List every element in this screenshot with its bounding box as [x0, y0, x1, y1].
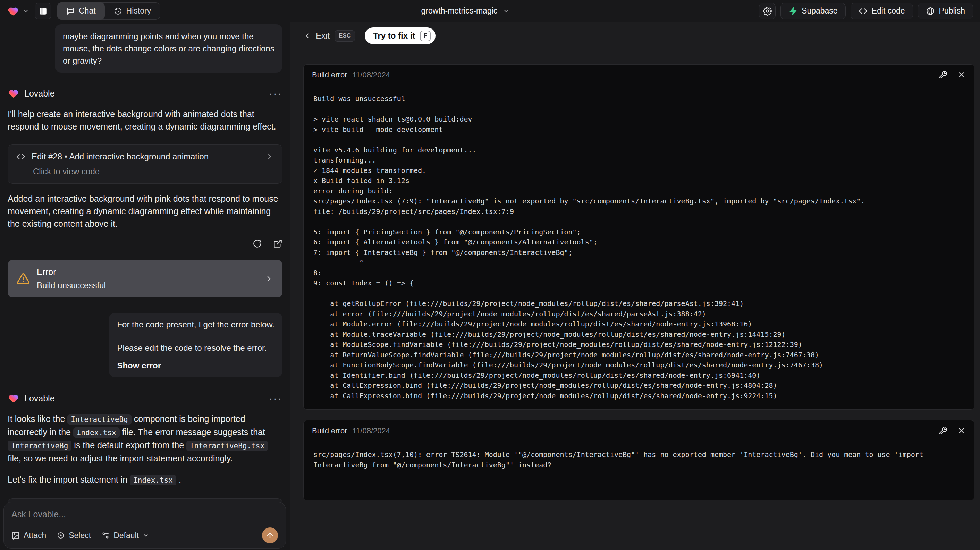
chat-input[interactable]: [11, 509, 278, 528]
fix-wrench-button[interactable]: [939, 70, 947, 79]
user-message: maybe diagramming points and when you mo…: [55, 24, 283, 73]
assistant-message-header: Lovable ···: [8, 88, 283, 99]
attach-label: Attach: [24, 531, 46, 540]
warning-triangle-icon: [17, 272, 30, 285]
composer-toolbar: Attach Select Default: [11, 528, 278, 544]
lovable-heart-icon: [8, 393, 19, 404]
chevron-right-icon: [266, 152, 274, 161]
chat-message-list[interactable]: maybe diagramming points and when you mo…: [0, 22, 290, 550]
edit-code-label: Edit code: [872, 6, 905, 16]
build-error-panel: Build error 11/08/2024 Build was unsucce…: [303, 64, 974, 410]
tab-chat[interactable]: Chat: [57, 2, 105, 20]
edit-code-button[interactable]: Edit code: [851, 3, 913, 19]
panel-left-icon: [38, 6, 48, 16]
tab-history-label: History: [126, 6, 151, 16]
open-external-button[interactable]: [273, 239, 283, 248]
build-error-summary-card[interactable]: Error Build unsuccessful: [8, 260, 283, 297]
workspace-header: Exit ESC Try to fix it F: [303, 27, 974, 45]
error-card-title: Error: [37, 267, 106, 277]
text-segment: is the default export from the: [72, 440, 186, 450]
more-options-button[interactable]: ···: [269, 395, 283, 402]
settings-button[interactable]: [759, 3, 776, 19]
error-card-texts: Error Build unsuccessful: [37, 267, 106, 290]
supabase-bolt-icon: [788, 6, 797, 16]
chevron-down-icon: [22, 8, 29, 14]
topbar-left-group: Chat History: [7, 2, 160, 20]
tab-history[interactable]: History: [105, 2, 160, 20]
more-options-button[interactable]: ···: [269, 90, 283, 97]
text-segment: file, so we need to adjust the import st…: [8, 453, 233, 463]
select-label: Select: [69, 531, 91, 540]
fix-wrench-button[interactable]: [939, 426, 947, 435]
build-error-date: 11/08/2024: [352, 70, 390, 80]
gear-icon: [763, 6, 772, 16]
build-error-title: Build error: [312, 70, 347, 80]
inline-code: Index.tsx: [73, 427, 120, 438]
publish-label: Publish: [939, 6, 965, 16]
build-error-header: Build error 11/08/2024: [304, 421, 974, 441]
message-actions: [8, 239, 283, 248]
chevron-right-icon: [264, 274, 274, 283]
edit-28-title-row: Edit #28 • Add interactive background an…: [16, 152, 274, 161]
assistant-message-header: Lovable ···: [8, 393, 283, 404]
project-dropdown[interactable]: growth-metrics-magic: [421, 0, 510, 22]
inline-code: InteractiveBg: [8, 441, 72, 451]
build-error-title: Build error: [312, 426, 347, 435]
build-error-header: Build error 11/08/2024: [304, 65, 974, 85]
send-button[interactable]: [262, 528, 278, 544]
build-error-actions: [939, 426, 966, 435]
supabase-button[interactable]: Supabase: [780, 3, 846, 19]
close-icon[interactable]: [957, 426, 966, 435]
exit-button[interactable]: Exit: [303, 31, 330, 41]
esc-key-badge: ESC: [334, 30, 355, 41]
sidebar-toggle-button[interactable]: [35, 3, 51, 19]
f-key-badge: F: [420, 30, 431, 41]
project-name: growth-metrics-magic: [421, 6, 497, 16]
text-segment: It looks like the: [8, 414, 67, 424]
history-clock-icon: [114, 7, 122, 15]
exit-label: Exit: [316, 31, 330, 41]
build-log: src/pages/Index.tsx(7,10): error TS2614:…: [313, 450, 964, 470]
assistant-message-text: Added an interactive background with pin…: [8, 192, 283, 230]
publish-button[interactable]: Publish: [918, 3, 973, 19]
error-card-subtitle: Build unsuccessful: [37, 281, 106, 290]
inline-code: InteractiveBg: [67, 414, 131, 425]
assistant-name: Lovable: [24, 394, 55, 403]
text-segment: file. The error message suggests that: [120, 427, 265, 437]
attach-button[interactable]: Attach: [11, 531, 46, 540]
restore-version-button[interactable]: [253, 239, 262, 248]
edit-28-card[interactable]: Edit #28 • Add interactive background an…: [8, 144, 283, 184]
code-brackets-icon: [16, 152, 25, 161]
user-message-text: For the code present, I get the error be…: [117, 319, 275, 330]
build-error-panel: Build error 11/08/2024 src/pages/Index.t…: [303, 420, 974, 501]
edit-28-title: Edit #28 • Add interactive background an…: [32, 152, 259, 161]
lovable-logo-menu[interactable]: [7, 5, 29, 17]
build-error-body: Build was unsuccessful > vite_react_shad…: [304, 85, 974, 410]
build-error-body: src/pages/Index.tsx(7,10): error TS2614:…: [304, 441, 974, 500]
user-message: For the code present, I get the error be…: [109, 312, 283, 378]
lovable-app: Chat History growth-metrics-magic: [0, 0, 980, 550]
show-error-link[interactable]: Show error: [117, 359, 275, 371]
globe-icon: [926, 6, 935, 16]
chat-history-tabs: Chat History: [57, 2, 160, 20]
assistant-name: Lovable: [24, 89, 55, 99]
try-to-fix-button[interactable]: Try to fix it F: [365, 27, 436, 44]
user-message-text: Please edit the code to resolve the erro…: [117, 342, 275, 354]
assistant-message-text: I'll help create an interactive backgrou…: [8, 108, 283, 132]
chat-panel: maybe diagramming points and when you mo…: [0, 22, 290, 550]
chat-bubble-icon: [66, 7, 75, 15]
assistant-message-text: Let's fix the import statement in Index.…: [8, 473, 283, 486]
lovable-heart-icon: [8, 88, 19, 99]
mode-label: Default: [113, 531, 139, 540]
text-segment: Let's fix the import statement in: [8, 475, 130, 485]
build-error-date: 11/08/2024: [352, 426, 390, 435]
image-plus-icon: [11, 531, 20, 540]
close-icon[interactable]: [957, 70, 966, 79]
supabase-label: Supabase: [802, 6, 838, 16]
top-bar: Chat History growth-metrics-magic: [0, 0, 980, 22]
build-error-actions: [939, 70, 966, 79]
select-element-button[interactable]: Select: [57, 531, 91, 540]
chevron-left-icon: [303, 32, 311, 40]
sliders-icon: [101, 531, 110, 540]
mode-selector[interactable]: Default: [101, 531, 149, 540]
